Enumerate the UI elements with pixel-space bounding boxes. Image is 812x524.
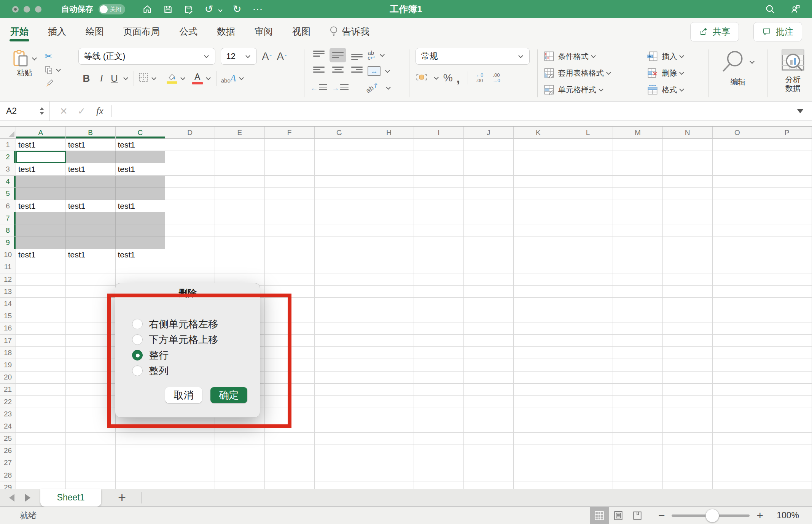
cell-H13[interactable]: [364, 286, 414, 298]
cell-F23[interactable]: [265, 408, 315, 420]
cell-G3[interactable]: [315, 163, 365, 175]
cell-O3[interactable]: [713, 163, 763, 175]
cell-I28[interactable]: [414, 469, 464, 481]
row-header-24[interactable]: 24: [0, 420, 16, 432]
tab-4[interactable]: 公式: [178, 20, 198, 43]
cell-A23[interactable]: [16, 408, 66, 420]
radio-unselected-icon[interactable]: [132, 365, 143, 376]
row-header-27[interactable]: 27: [0, 457, 16, 469]
cell-J21[interactable]: [464, 384, 514, 396]
format-cells-button[interactable]: 格式: [647, 81, 702, 98]
cell-H18[interactable]: [364, 347, 414, 359]
cell-N28[interactable]: [663, 469, 713, 481]
dialog-option-0[interactable]: 右侧单元格左移: [132, 318, 218, 330]
cell-P13[interactable]: [762, 286, 812, 298]
cell-E28[interactable]: [215, 469, 265, 481]
cell-K25[interactable]: [514, 433, 564, 445]
cell-H17[interactable]: [364, 335, 414, 347]
increase-decimal-button[interactable]: ←0 .00: [476, 73, 483, 83]
edit-group[interactable]: 编辑: [715, 49, 761, 99]
cell-E25[interactable]: [215, 433, 265, 445]
tab-7[interactable]: 视图: [291, 20, 311, 43]
zoom-in-button[interactable]: +: [756, 509, 763, 522]
cell-F8[interactable]: [265, 224, 315, 237]
cell-A27[interactable]: [16, 457, 66, 469]
cell-styles-button[interactable]: 单元格样式: [544, 81, 635, 98]
cell-D11[interactable]: [165, 261, 215, 273]
cell-M24[interactable]: [613, 420, 663, 432]
cell-K28[interactable]: [514, 469, 564, 481]
cell-B3[interactable]: test1: [66, 163, 116, 175]
cell-P14[interactable]: [762, 298, 812, 310]
cell-I8[interactable]: [414, 224, 464, 237]
cell-H12[interactable]: [364, 273, 414, 286]
cell-D9[interactable]: [165, 237, 215, 249]
row-header-6[interactable]: 6: [0, 200, 16, 212]
cell-O8[interactable]: [713, 224, 763, 237]
paste-button[interactable]: 粘贴: [11, 49, 38, 99]
row-header-3[interactable]: 3: [0, 163, 16, 175]
cell-G12[interactable]: [315, 273, 365, 286]
cell-L25[interactable]: [563, 433, 613, 445]
percent-style-button[interactable]: %: [443, 72, 453, 84]
cell-J5[interactable]: [464, 188, 514, 200]
cell-G11[interactable]: [315, 261, 365, 273]
cell-O24[interactable]: [713, 420, 763, 432]
cell-A14[interactable]: [16, 298, 66, 310]
cell-O6[interactable]: [713, 200, 763, 212]
cell-J23[interactable]: [464, 408, 514, 420]
cell-P25[interactable]: [762, 433, 812, 445]
cell-F17[interactable]: [265, 335, 315, 347]
cell-H1[interactable]: [364, 139, 414, 151]
cell-K11[interactable]: [514, 261, 564, 273]
column-header-H[interactable]: H: [364, 127, 414, 139]
cell-N4[interactable]: [663, 176, 713, 188]
row-header-12[interactable]: 12: [0, 273, 16, 286]
cell-N7[interactable]: [663, 212, 713, 224]
decrease-font-size-button[interactable]: Aˇ: [277, 51, 287, 62]
cell-M16[interactable]: [613, 322, 663, 335]
cell-P22[interactable]: [762, 396, 812, 408]
cell-G7[interactable]: [315, 212, 365, 224]
accounting-format-button[interactable]: [416, 72, 428, 84]
cell-O21[interactable]: [713, 384, 763, 396]
cell-D26[interactable]: [165, 445, 215, 457]
cell-M17[interactable]: [613, 335, 663, 347]
dialog-option-2[interactable]: 整行: [132, 349, 218, 362]
cell-L13[interactable]: [563, 286, 613, 298]
cell-D25[interactable]: [165, 433, 215, 445]
cell-C28[interactable]: [116, 469, 166, 481]
column-header-E[interactable]: E: [215, 127, 265, 139]
cell-G27[interactable]: [315, 457, 365, 469]
cell-D10[interactable]: [165, 249, 215, 261]
cell-E9[interactable]: [215, 237, 265, 249]
cell-D2[interactable]: [165, 151, 215, 163]
cell-K15[interactable]: [514, 310, 564, 322]
cell-B14[interactable]: [66, 298, 116, 310]
copy-dropdown-icon[interactable]: [56, 67, 61, 72]
cell-L8[interactable]: [563, 224, 613, 237]
confirm-entry-icon[interactable]: ✓: [78, 106, 86, 117]
row-header-4[interactable]: 4: [0, 176, 16, 188]
number-format-select[interactable]: 常规: [416, 48, 530, 65]
cell-L23[interactable]: [563, 408, 613, 420]
cell-B29[interactable]: [66, 481, 116, 489]
cell-P9[interactable]: [762, 237, 812, 249]
cell-N27[interactable]: [663, 457, 713, 469]
cell-P18[interactable]: [762, 347, 812, 359]
cell-I3[interactable]: [414, 163, 464, 175]
cell-C11[interactable]: [116, 261, 166, 273]
cell-G28[interactable]: [315, 469, 365, 481]
cell-J13[interactable]: [464, 286, 514, 298]
page-break-view-button[interactable]: [628, 507, 647, 524]
decrease-decimal-button[interactable]: .00 →0: [492, 73, 500, 83]
cell-M11[interactable]: [613, 261, 663, 273]
cell-A11[interactable]: [16, 261, 66, 273]
cell-B20[interactable]: [66, 372, 116, 384]
row-header-9[interactable]: 9: [0, 237, 16, 249]
bold-button[interactable]: B: [78, 73, 95, 84]
cell-J22[interactable]: [464, 396, 514, 408]
cell-N11[interactable]: [663, 261, 713, 273]
cell-B11[interactable]: [66, 261, 116, 273]
row-header-1[interactable]: 1: [0, 139, 16, 151]
